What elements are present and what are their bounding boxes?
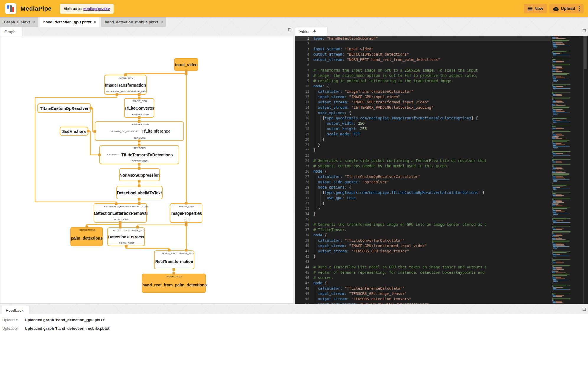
graph-node-DetectionLetterboxRemoval[interactable]: LETTERBOX_PADDINGDETECTIONSDETECTIONSDet… <box>94 203 147 223</box>
visit-link[interactable]: mediapipe.dev <box>83 7 110 11</box>
code-line[interactable]: 44# Runs a TensorFlow Lite model on GPU … <box>295 264 551 270</box>
code-line[interactable]: 29 node_options: { <box>295 185 551 190</box>
tab-close-icon[interactable]: × <box>32 20 35 24</box>
code-line[interactable]: 34} <box>295 211 551 217</box>
code-line[interactable]: 8# image, the scale_mode option is set t… <box>295 73 551 78</box>
code-line[interactable]: 9# resulting in potential letterboxing i… <box>295 78 551 84</box>
download-icon[interactable] <box>312 29 317 34</box>
graph-node-SsdAnchors[interactable]: SsdAnchors <box>60 127 88 136</box>
code-text: # Converts the transformed input image o… <box>313 222 487 227</box>
tab-hand-detection-mobile-pbtxt[interactable]: hand_detection_mobile.pbtxt × <box>101 17 166 27</box>
code-line[interactable]: 1type: "HandDetectionSubgraph" <box>295 36 551 41</box>
graph-node-NonMaxSuppression[interactable]: NonMaxSuppression <box>119 168 160 181</box>
code-line[interactable]: 5output_stream: "NORM_RECT:hand_rect_fro… <box>295 57 551 62</box>
code-line[interactable]: 10node: { <box>295 84 551 89</box>
graph-node-TfLiteInference[interactable]: TENSORS_GPUTENSORSCUSTOM_OP_RESOLVERTfLi… <box>95 121 184 141</box>
graph-node-RectTransformation[interactable]: NORM_RECTIMAGE_SIZERectTransformation <box>154 250 194 269</box>
maximize-editor-icon[interactable] <box>583 29 586 32</box>
code-line[interactable]: 18 output_height: 256 <box>295 126 551 131</box>
port-label: TENSORS <box>134 147 146 150</box>
line-number: 27 <box>295 174 309 179</box>
port-label: TENSORS <box>134 137 146 139</box>
tab-graph-0-pbtxt[interactable]: Graph_0.pbtxt × <box>0 17 38 27</box>
code-line[interactable]: 41 output_stream: "TENSORS_GPU:image_ten… <box>295 249 551 254</box>
code-line[interactable]: 17 output_width: 256 <box>295 121 551 126</box>
code-line[interactable]: 4output_stream: "DETECTIONS:palm_detecti… <box>295 52 551 57</box>
code-line[interactable]: 30 [type.googleapis.com/mediapipe.TfLite… <box>295 190 551 195</box>
code-line[interactable]: 46# scores. <box>295 275 551 280</box>
mediapipe-logo-icon <box>5 3 16 14</box>
code-line[interactable]: 21 } <box>295 142 551 147</box>
graph-node-DetectionLabelIdToText[interactable]: DetectionLabelIdToText <box>116 186 163 199</box>
graph-node-palm_detections[interactable]: DETECTIONSpalm_detections <box>70 227 103 246</box>
code-line[interactable]: 38node { <box>295 233 551 238</box>
graph-node-DetectionsToRects[interactable]: DETECTIONSIMAGE_SIZENORM_RECTDetectionsT… <box>107 227 145 246</box>
graph-node-input_video[interactable]: input_video <box>174 58 198 71</box>
graph-node-ImageProperties[interactable]: IMAGE_GPUSIZEImageProperties <box>170 203 202 223</box>
code-line[interactable]: 6 <box>295 62 551 68</box>
graph-node-TfLiteConverter[interactable]: IMAGE_GPUTENSORS_GPUTfLiteConverter <box>124 98 154 118</box>
code-line[interactable]: 12 input_stream: "IMAGE_GPU:input_video" <box>295 94 551 100</box>
graph-panel-tab[interactable]: Graph <box>0 27 22 36</box>
code-line[interactable]: 2 <box>295 41 551 46</box>
maximize-feedback-icon[interactable] <box>583 308 586 311</box>
code-line[interactable]: 39 calculator: "TfLiteConverterCalculato… <box>295 238 551 243</box>
code-line[interactable]: 31 use_gpu: true <box>295 195 551 201</box>
code-line[interactable]: 35 <box>295 217 551 222</box>
code-line[interactable]: 33 } <box>295 206 551 211</box>
code-line[interactable]: 20 } <box>295 137 551 142</box>
code-line[interactable]: 25# supports custom ops needed by the mo… <box>295 163 551 169</box>
code-line[interactable]: 16 [type.googleapis.com/mediapipe.ImageT… <box>295 116 551 121</box>
graph-node-TfLiteTensorsToDetections[interactable]: TENSORSDETECTIONSANCHORSTfLiteTensorsToD… <box>99 145 179 164</box>
code-line[interactable]: 19 scale_mode: FIT <box>295 131 551 137</box>
code-line[interactable]: 28 output_side_packet: "opresolver" <box>295 179 551 185</box>
editor-minimap[interactable] <box>551 36 577 303</box>
code-line[interactable]: 49 input_stream: "TENSORS_GPU:image_tens… <box>295 291 551 296</box>
code-line[interactable]: 43 <box>295 259 551 264</box>
code-line[interactable]: 27 calculator: "TfLiteCustomOpResolverCa… <box>295 174 551 179</box>
code-text: # resulting in potential letterboxing in… <box>313 78 453 84</box>
code-line[interactable]: 3input_stream: "input_video" <box>295 46 551 52</box>
code-line[interactable]: 23 <box>295 153 551 158</box>
graph-node-ImageTransformation[interactable]: IMAGE_GPULETTERBOX_PADDINGIMAGE_GPUImage… <box>104 75 147 95</box>
code-line[interactable]: 45# vector of tensors representing, for … <box>295 270 551 275</box>
code-line[interactable]: 42} <box>295 254 551 259</box>
upload-button[interactable]: Upload <box>549 4 584 13</box>
code-line[interactable]: 13 output_stream: "IMAGE_GPU:transformed… <box>295 100 551 105</box>
code-line[interactable]: 22} <box>295 147 551 153</box>
menu-lines-icon <box>528 7 532 10</box>
code-text: } <box>313 147 316 153</box>
editor-scrollbar-thumb[interactable] <box>584 36 587 69</box>
code-line[interactable]: 48 calculator: "TfLiteInferenceCalculato… <box>295 286 551 291</box>
code-line[interactable]: 32 } <box>295 201 551 206</box>
code-line[interactable]: 15 node_options: { <box>295 110 551 116</box>
tab-close-icon[interactable]: × <box>161 20 163 24</box>
tab-close-icon[interactable]: × <box>94 20 96 24</box>
code-line[interactable]: 50 output_stream: "TENSORS:detection_ten… <box>295 296 551 302</box>
feedback-panel-tab[interactable]: Feedback <box>2 306 29 314</box>
code-line[interactable]: 40 input_stream: "IMAGE_GPU:transformed_… <box>295 243 551 249</box>
code-line[interactable]: 24# Generates a single side packet conta… <box>295 158 551 163</box>
code-line[interactable]: 7# Transforms the input image on GPU to … <box>295 68 551 73</box>
kebab-dots-icon[interactable] <box>579 6 580 12</box>
line-number: 18 <box>295 126 309 131</box>
code-line[interactable]: 26node { <box>295 169 551 174</box>
code-line[interactable]: 47node { <box>295 280 551 286</box>
port-label: NORM_RECT <box>162 252 177 255</box>
graph-canvas[interactable]: input_videoIMAGE_GPULETTERBOX_PADDINGIMA… <box>0 36 294 304</box>
port-label: TENSORS_GPU <box>130 123 149 126</box>
code-line[interactable]: 51 input_side_packet: "CUSTOM_OP_RESOLVE… <box>295 302 551 304</box>
code-line[interactable]: 11 calculator: "ImageTransformationCalcu… <box>295 89 551 94</box>
editor-panel-tab[interactable]: Editor <box>295 27 327 36</box>
code-line[interactable]: 14 output_stream: "LETTERBOX_PADDING:let… <box>295 105 551 110</box>
graph-node-hand_rect_from_palm_detections[interactable]: NORM_RECThand_rect_from_palm_detections <box>142 274 206 293</box>
graph-node-TfLiteCustomOpResolver[interactable]: TfLiteCustomOpResolver <box>37 103 91 113</box>
code-line[interactable]: 36# Converts the transformed input image… <box>295 222 551 227</box>
tab-hand-detection-gpu-pbtxt[interactable]: hand_detection_gpu.pbtxt × <box>40 17 99 27</box>
code-line[interactable]: 37# TfLiteTensor. <box>295 227 551 233</box>
line-number: 4 <box>295 52 309 57</box>
code-editor[interactable]: 1type: "HandDetectionSubgraph"23input_st… <box>295 36 588 304</box>
port-label: NORM_RECT <box>167 275 182 278</box>
new-button[interactable]: New <box>524 4 547 13</box>
maximize-graph-icon[interactable] <box>288 28 291 31</box>
